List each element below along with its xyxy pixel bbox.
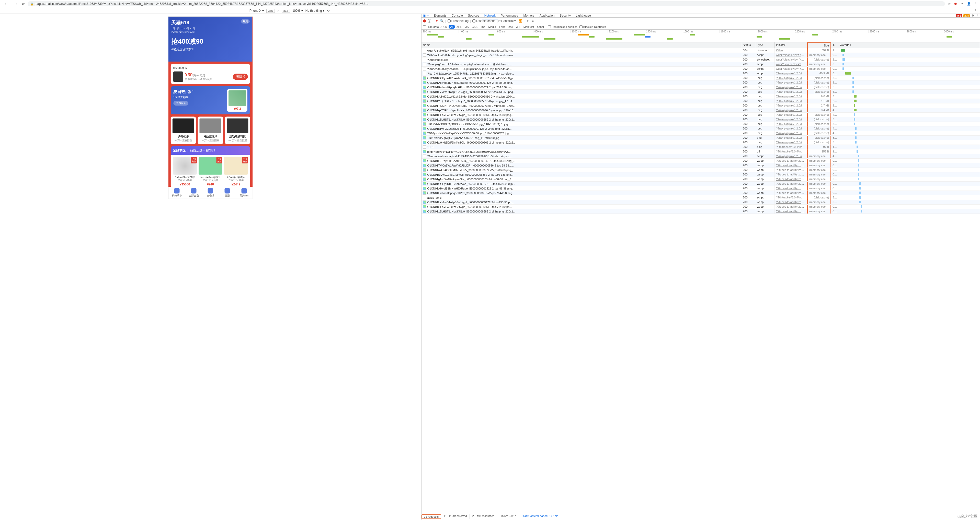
treasure-header[interactable]: 宝藏专区 | 品质之选一键GET <box>171 146 250 155</box>
hide-data-urls-checkbox[interactable]: Hide data URLs <box>423 25 447 29</box>
inspect-icon[interactable]: ▣ <box>423 14 426 17</box>
clear-button[interactable]: ⊘ <box>428 19 431 23</box>
network-row[interactable]: O1CN01LYMiwO1o4p8GKVqg1_!!6000000005172-… <box>422 200 980 205</box>
menu-icon[interactable]: ⋮ <box>974 2 977 6</box>
col-waterfall[interactable]: Waterfall <box>838 43 980 48</box>
network-row[interactable]: O1CN0115LHST1zHbxiKUjg0_!!6000000006689-… <box>422 209 980 214</box>
coupon-button[interactable]: 1积分抢 <box>233 74 248 80</box>
filter-type-xhr[interactable]: XHR <box>455 25 464 29</box>
network-row[interactable]: O1CN01fuVvXG1adGlMrkOlI_!!6000000003352-… <box>422 173 980 177</box>
network-row[interactable]: O1CN01LYMiwO1o4p8GKVqg1_!!6000000005172-… <box>422 90 980 94</box>
phone-tab[interactable]: 全部会场 <box>185 188 202 197</box>
warning-badge[interactable]: ⚠ 8 <box>963 14 970 17</box>
filter-type-font[interactable]: Font <box>498 25 506 29</box>
settings-icon[interactable]: ⚙ <box>971 14 974 17</box>
wifi-icon[interactable]: 📶 <box>519 19 522 23</box>
network-row[interactable]: ??tb/tracker/5.0.4/index.js,alilog/aplus… <box>422 53 980 57</box>
filter-type-media[interactable]: Media <box>487 25 498 29</box>
network-row[interactable]: O1CN0115LHST1zHbxiKUjg0_!!6000000006689-… <box>422 117 980 122</box>
address-bar[interactable]: 🔒 pages.tmall.com/wow/a/act/tmall/tmc/31… <box>28 1 945 6</box>
phone-tab[interactable]: 主会场 <box>202 188 219 197</box>
device-select[interactable]: iPhone X ▾ <box>249 9 264 13</box>
network-throttle-select[interactable]: No throttling ▾ <box>497 19 517 23</box>
network-row[interactable]: O1CN01AHvolS1MNmHZxRuge_!!6000000001423-… <box>422 81 980 85</box>
filter-type-all[interactable]: All <box>449 25 455 29</box>
blocked-requests-checkbox[interactable]: Blocked Requests <box>579 25 606 29</box>
category-card[interactable]: 海边度假风97万人正在围观 <box>198 116 223 144</box>
network-row[interactable]: TB10ystNXXXXaZXpXXXXXXXXX-60-60.jpg_110x… <box>422 131 980 136</box>
height-input[interactable]: 812 <box>282 9 290 13</box>
disable-cache-checkbox[interactable]: Disable cache <box>473 19 495 23</box>
category-card[interactable]: 户外徒步85万人正在围观 <box>171 116 196 144</box>
filter-type-img[interactable]: Img <box>479 25 487 29</box>
device-menu[interactable]: ⋮ <box>974 9 977 13</box>
network-row[interactable]: O1CN01g1sLXa1FaPtykwSts_!!6000000000503-… <box>422 177 980 182</box>
network-row[interactable]: TB1XVlxNXXXXCyXXXXXXXXXX-60-60.jpg_110x1… <box>422 122 980 127</box>
col-status[interactable]: Status <box>741 43 755 48</box>
network-row[interactable]: TB1OfbjiVP7gK0jSZFjXXc5aXXa-3-1.png_110x… <box>422 136 980 140</box>
network-row[interactable]: O1CN01CCPyun1P1k4sbfzWA_!!6000000001781-… <box>422 182 980 186</box>
bookmark-icon[interactable]: ☆ <box>948 2 951 6</box>
summer-product[interactable]: ¥97.2 <box>227 89 247 112</box>
rotate-icon[interactable]: ⟲ <box>327 9 329 13</box>
network-row[interactable]: O1CN012tQrOB1sn1oxJMij37_!!6000000005810… <box>422 99 980 103</box>
treasure-item[interactable]: 12期 免息I Do 钻石项链坠已有317人购买¥2449 <box>224 157 248 186</box>
col-size[interactable]: Size <box>807 43 831 48</box>
search-icon[interactable]: 🔍 <box>440 19 444 23</box>
filter-type-ws[interactable]: WS <box>514 25 522 29</box>
rules-button[interactable]: 规则 <box>241 19 250 24</box>
filter-icon[interactable]: ▼ <box>435 19 439 23</box>
zoom-select[interactable]: 100% ▾ <box>293 9 303 13</box>
filter-type-manifest[interactable]: Manifest <box>522 25 536 29</box>
reload-button[interactable]: ⟳ <box>22 2 25 6</box>
summer-card[interactable]: 夏日热"练" 1元秒大额券 去逛逛 > ¥97.2 <box>171 86 250 114</box>
profile-icon[interactable]: 👤 <box>967 2 971 6</box>
network-row[interactable]: wupr?disableNav=YES&wh_pid=main-245295&a… <box>422 48 980 53</box>
network-row[interactable]: ??tube/index.css 200 stylesheet wupr?dis… <box>422 57 980 62</box>
col-time[interactable]: T... <box>831 43 838 48</box>
extension-icon[interactable]: ⬣ <box>953 2 958 6</box>
network-row[interactable]: O1CN0178ZJNH249QyDbrDm0_!!6000000007348-… <box>422 103 980 108</box>
network-row[interactable]: O1CN017MOu9W1FpWyKUSqDP_!!6000000000536-… <box>422 163 980 168</box>
devtools-menu[interactable]: ⋮ <box>975 14 979 17</box>
network-row[interactable]: O1CN01uxFcACv1zMBvTxLnt5_!!6000000006699… <box>422 168 980 173</box>
network-row[interactable]: ??rax-pkg/rax/1.2.0/index.js,rax-pkg/uni… <box>422 62 980 67</box>
network-row[interactable]: ??tubes-tb-ability-zcache/1.0.4/plugin/i… <box>422 67 980 71</box>
network-row[interactable]: O1CN01qx73Rf1tnJgeLUxYX_!!6000000005946-… <box>422 108 980 113</box>
forward-button[interactable]: → <box>12 1 19 6</box>
phone-tab[interactable]: 购物清单 <box>169 188 186 197</box>
col-name[interactable]: Name <box>422 43 741 48</box>
network-row[interactable]: O1CN01SEhVLw1JLztS25vgh_!!6000000001013-… <box>422 205 980 209</box>
preserve-log-checkbox[interactable]: Preserve log <box>447 19 469 23</box>
network-row[interactable]: O1CN01SEhVLw1JLztS25vgh_!!6000000001013-… <box>422 113 980 117</box>
record-button[interactable] <box>423 19 426 22</box>
hero-banner[interactable]: 规则 天猫618 7日-9日 10-12日 13日 风尚日 宠爱日 进口日 抢4… <box>169 17 253 62</box>
phone-tab[interactable]: 我的618 <box>235 188 253 197</box>
category-card[interactable]: 运动潮黑科技100万人正在围观 <box>225 116 250 144</box>
network-row[interactable]: O1CN01kTvYlZ2I2pzcD0H_!!6000000007126-2-… <box>422 127 980 131</box>
puzzle-icon[interactable]: ✦ <box>960 2 964 6</box>
request-timeline[interactable]: 200 ms400 ms600 ms800 ms1000 ms1200 ms14… <box>422 30 980 43</box>
network-row[interactable]: O1CN01AHvolS1MNmHZxRuge_!!6000000001423-… <box>422 186 980 191</box>
device-mode-icon[interactable]: ▭ <box>426 14 430 17</box>
network-row[interactable]: O1CN01CCPyun1P1k4sbfzWA_!!6000000001781-… <box>422 76 980 81</box>
network-row[interactable]: O1CN01LZUeyN1zGhAmE63iQ_!!6000000006687-… <box>422 159 980 163</box>
treasure-item[interactable]: 3期 免息LacostePolo衫女士已有268人购买¥940 <box>199 157 223 186</box>
network-row[interactable]: m.gif?logtype=1&title=%E9%A3%8E%E5%B0%9A… <box>422 149 980 154</box>
treasure-item[interactable]: 12期 免息Ballon Bleu蓝气球已有96人购买¥35000 <box>173 157 197 186</box>
throttle-select[interactable]: No throttling ▾ <box>305 9 325 13</box>
network-row[interactable]: O1CN01JdHdCJ1Wd1chE2kdo_!!6000000002810-… <box>422 94 980 99</box>
phone-tab[interactable]: 直播 <box>219 188 236 197</box>
filter-type-doc[interactable]: Doc <box>506 25 515 29</box>
network-row[interactable]: ??mmod/zebra-magical-1143-1556442367562/… <box>422 154 980 159</box>
filter-type-css[interactable]: CSS <box>470 25 479 29</box>
network-row[interactable]: x.p.d 200 ping ??tb/tracker/5.0.4/index.… <box>422 145 980 149</box>
upload-icon[interactable]: ⬆ <box>526 19 530 23</box>
network-row[interactable]: aplus_ae.js 200 script ??tb/tracker/5.0.… <box>422 195 980 200</box>
col-type[interactable]: Type <box>755 43 775 48</box>
col-initiator[interactable]: Initiator <box>775 43 807 48</box>
blocked-cookies-checkbox[interactable]: Has blocked cookies <box>548 25 578 29</box>
width-input[interactable]: 375 <box>266 9 275 13</box>
back-button[interactable]: ← <box>3 1 10 6</box>
filter-type-js[interactable]: JS <box>464 25 470 29</box>
